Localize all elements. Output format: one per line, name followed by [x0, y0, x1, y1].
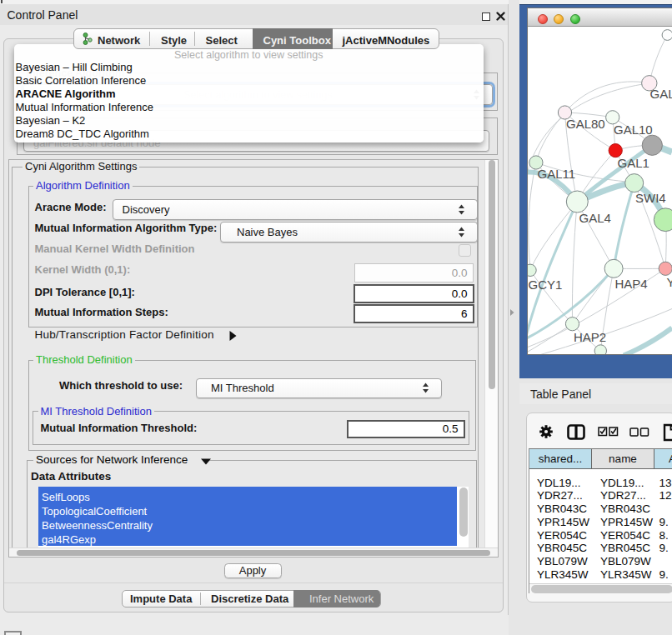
svg-text:HAP4: HAP4 [615, 277, 648, 291]
svg-text:HAP2: HAP2 [574, 329, 606, 343]
svg-text:GAL4: GAL4 [579, 211, 611, 225]
svg-text:SWI4: SWI4 [635, 191, 666, 205]
svg-text:GAL10: GAL10 [614, 122, 653, 137]
svg-text:Y: Y [667, 274, 672, 288]
svg-text:GAL80: GAL80 [566, 116, 605, 130]
svg-text:GCY1: GCY1 [529, 278, 563, 292]
svg-text:GAL11: GAL11 [538, 167, 576, 181]
svg-text:GAL: GAL [650, 87, 672, 101]
svg-text:GAL1: GAL1 [618, 156, 649, 170]
